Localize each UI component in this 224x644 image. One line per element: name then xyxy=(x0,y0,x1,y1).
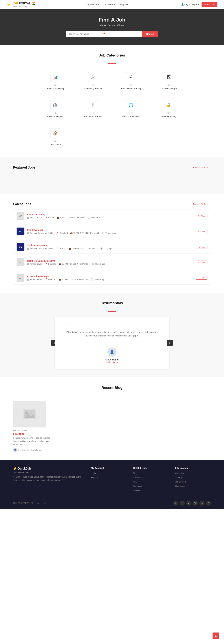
job-type-software-testing: Full Time xyxy=(196,214,208,218)
footer-link-countries[interactable]: Countries xyxy=(175,472,184,474)
footer-link-feedback[interactable]: Feedback xyxy=(133,485,142,487)
footer-info-links: Countries Sitemap Job Seekers Companies xyxy=(175,472,211,488)
category-count-education: 1 xyxy=(129,84,133,86)
featured-title: Featured Jobs xyxy=(13,166,36,170)
testimonial-name: Steve Roger xyxy=(64,358,160,361)
category-restaurant[interactable]: 🍴 0 Restaurant & Food xyxy=(76,97,110,121)
footer-link-login[interactable]: Login xyxy=(91,472,96,474)
location-input[interactable]: Kolkata xyxy=(107,31,142,37)
social-linkedin-icon[interactable]: in xyxy=(199,501,204,506)
social-instagram-icon[interactable]: 📷 xyxy=(193,501,198,506)
job-logo-sc-1: SC xyxy=(16,228,24,236)
featured-browse-all[interactable]: Browse All Jobs → xyxy=(193,166,211,169)
social-facebook-icon[interactable]: f xyxy=(173,501,178,506)
category-sales-marketing[interactable]: 📊 1 Sales & Marketing xyxy=(38,69,72,93)
category-count-sales: 1 xyxy=(53,84,57,86)
brand-name-portal: PORTAL xyxy=(19,2,31,5)
footer-brand-name: QuickJob xyxy=(17,467,31,470)
register-button[interactable]: Register xyxy=(192,3,199,6)
footer-copyright: 2020 JOB PORTAL. All right reserved. xyxy=(13,502,46,504)
job-card-accounting-manager: AT Accounting Manager 🏢 Ameet Travels 📍 … xyxy=(13,271,211,284)
category-software[interactable]: 🌐 1 Website & Software xyxy=(114,97,148,121)
job-title-accounting[interactable]: Accounting Manager xyxy=(27,275,193,278)
job-info-software-testing: Software Testing 🏢 Ameet Travels 📍 Bokar… xyxy=(27,213,193,219)
category-health[interactable]: 🏥 0 Health & Hospital xyxy=(38,97,72,121)
post-job-button[interactable]: Post a Job xyxy=(202,2,218,7)
footer-link-companies[interactable]: Companies xyxy=(175,485,185,487)
category-icon-restaurant: 🍴 xyxy=(88,100,98,110)
job-meta-php: 🏢 Soumen Consultant Pvt Ltd 📍 Dhanbad 💼 … xyxy=(27,232,193,234)
navbar: ⚡ JOB PORTAL 🇮🇳 Lorem Ipsum is simply Br… xyxy=(0,0,224,9)
nav-companies[interactable]: Companies xyxy=(119,3,129,6)
job-info-sales: Required Sales Executive 🏢 Ameet Travels… xyxy=(27,260,193,265)
job-company-3: 🏢 Soumen Consultant Pvt Ltd xyxy=(27,248,54,250)
footer-brand-col: ⚡ QuickJob Job Classified CMS Aenean sod… xyxy=(13,467,84,493)
job-type-skill: Full Time xyxy=(196,245,208,249)
login-icon: 👤 xyxy=(181,3,184,6)
nav-job-seekers[interactable]: Job Seekers xyxy=(103,3,115,6)
search-button[interactable]: Search xyxy=(142,31,158,37)
social-pinterest-icon[interactable]: P xyxy=(206,501,211,506)
social-youtube-icon[interactable]: ▶ xyxy=(186,501,191,506)
category-accounting[interactable]: 📈 1 Accounting Finance xyxy=(76,69,110,93)
category-count-restaurant: 0 xyxy=(91,112,95,114)
category-graphics[interactable]: 🖼 1 Graphics Design xyxy=(152,69,186,93)
footer-link-blog[interactable]: Blog xyxy=(133,472,137,474)
blog-card-first: Fashion, Lifestyle First Blog Consectetu… xyxy=(13,401,56,452)
footer-link-job-seekers[interactable]: Job Seekers xyxy=(175,481,186,483)
blog-section: Recent Blog Fashion, Lifestyle First Blo… xyxy=(0,377,224,460)
footer-grid: ⚡ QuickJob Job Classified CMS Aenean sod… xyxy=(13,467,211,493)
testimonials-divider xyxy=(108,311,116,312)
category-count-realestate: 0 xyxy=(53,140,57,142)
job-title-sales[interactable]: Required Sales Executive xyxy=(27,260,193,262)
footer-link-sitemap[interactable]: Sitemap xyxy=(175,476,183,479)
job-salary-2: 💼 12,000 ₹-20,000 ₹ Per Month xyxy=(70,232,99,234)
footer-link-register[interactable]: Register xyxy=(91,476,98,479)
category-security[interactable]: 🔒 0 Security Safety xyxy=(152,97,186,121)
footer-helpful-links: Blog Testimonials FAQ Feedback Contact xyxy=(133,472,169,492)
job-title-software-testing[interactable]: Software Testing xyxy=(27,213,193,216)
job-meta-skill: 🏢 Soumen Consultant Pvt Ltd 📍 Bokaro 💼 1… xyxy=(27,248,193,250)
job-salary-4: 💼 15,000 ₹-25,000 ₹ Per Month xyxy=(59,263,88,265)
latest-browse-all[interactable]: Browse All Jobs → xyxy=(193,203,211,205)
categories-section: Job Categories 📊 1 Sales & Marketing 📈 1… xyxy=(0,45,224,158)
job-salary-5: 💼 25,000 ₹-35,000 ₹ Per Month xyxy=(59,278,88,280)
job-location-1: 📍 Bokaro xyxy=(45,216,54,219)
job-salary-3: 💼 18,000 ₹-25,000 ₹ Per Month xyxy=(69,248,98,250)
blog-image-first xyxy=(13,401,46,428)
category-name-sales: Sales & Marketing xyxy=(47,87,64,90)
navbar-auth: 👤 Login Register Post a Job xyxy=(181,2,218,7)
job-card-sales-executive: AT Required Sales Executive 🏢 Ameet Trav… xyxy=(13,256,211,269)
job-meta-accounting: 🏢 Ameet Travels 📍 Dhanbad 💼 25,000 ₹-35,… xyxy=(27,278,193,280)
job-company-2: 🏢 Soumen Consultant Pvt Ltd xyxy=(27,232,54,234)
footer-link-contact[interactable]: Contact xyxy=(133,489,140,492)
brand-tagline: Lorem Ipsum is simply xyxy=(12,5,35,7)
category-realestate[interactable]: 🏠 0 Real Estate xyxy=(38,125,72,149)
blog-divider xyxy=(108,396,116,396)
testimonial-open-quote: " xyxy=(64,322,160,329)
hero-title: Find A Job xyxy=(99,17,125,23)
categories-divider xyxy=(108,64,116,64)
job-time-3: 🕐 1 day ago xyxy=(100,248,112,250)
footer-info-title: Information xyxy=(175,467,211,469)
job-logo-sc-2: SC xyxy=(16,243,24,251)
search-input[interactable] xyxy=(66,31,102,37)
category-education[interactable]: 🏛 1 Education & Training xyxy=(114,69,148,93)
blog-post-title[interactable]: First Blog xyxy=(13,432,56,435)
testimonial-next-button[interactable]: › xyxy=(167,340,173,346)
category-name-graphics: Graphics Design xyxy=(161,87,177,90)
job-title-php[interactable]: Php Developer xyxy=(27,229,193,231)
footer-link-testimonials[interactable]: Testimonials xyxy=(133,476,144,479)
job-time-1: 🕐 23 hours ago xyxy=(88,216,102,219)
nav-browse-jobs[interactable]: Browse Jobs xyxy=(87,3,99,6)
testimonial-close-quote: " xyxy=(64,341,160,348)
login-button[interactable]: 👤 Login xyxy=(181,3,190,6)
category-count-security: 0 xyxy=(167,112,171,114)
category-count-graphics: 1 xyxy=(167,84,171,86)
footer-brand-logo: ⚡ QuickJob xyxy=(13,467,84,470)
blog-title: Recent Blog xyxy=(13,386,211,390)
category-name-software: Website & Software xyxy=(122,115,140,118)
footer-link-faq[interactable]: FAQ xyxy=(133,481,137,483)
social-twitter-icon[interactable]: t xyxy=(180,501,185,506)
job-title-skill[interactable]: Skill Development xyxy=(27,244,193,247)
